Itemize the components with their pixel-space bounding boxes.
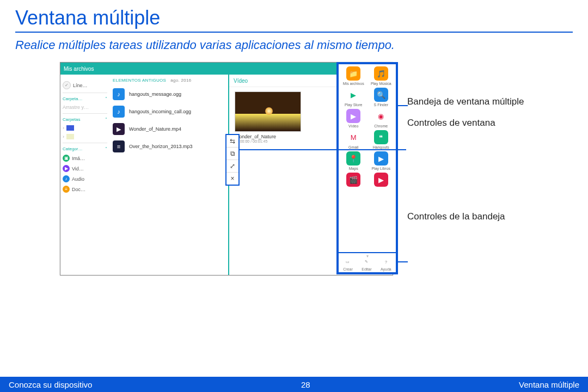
sidebar-item-timeline[interactable]: ✓ Líne… [63,81,107,89]
tray-control-icon: ✎ [362,258,371,266]
tray-control-icon: ? [382,258,390,266]
sidebar-hdr-carpeta[interactable]: Carpeta… ˄ [63,96,107,101]
app-label: S Finder [374,103,388,107]
footer: Conozca su dispositivo 28 Ventana múltip… [0,377,588,392]
file-name: hangouts_incoming_call.ogg [129,109,191,114]
sidebar-category[interactable]: ≡Doc… [63,186,107,193]
app-label: Maps [349,167,358,170]
category-label: Doc… [72,187,85,192]
timeline-label: Líne… [73,83,88,88]
page-subtitle: Realice múltiples tareas utilizando vari… [15,38,573,52]
file-row[interactable]: ♪hangouts_incoming_call.ogg [113,106,225,118]
chevron-up-icon: ˄ [105,117,107,122]
sidebar: ✓ Líne… Carpeta… ˄ Arrastre y… Carpetas [60,75,109,275]
file-row[interactable]: ♪hangouts_message.ogg [113,88,225,100]
file-name: hangouts_message.ogg [129,91,181,97]
file-name: Wonder_of_Nature.mp4 [129,126,181,132]
tray-app[interactable]: MGmail [341,130,366,149]
tray-app[interactable]: ◉Chrome [369,109,394,128]
app-label: Play Libros [371,167,390,170]
category-icon: ≡ [63,186,70,193]
tray-app[interactable]: 🔍S Finder [369,88,394,107]
tray-control[interactable]: ▭Crear [343,258,353,271]
footer-left[interactable]: Conozca su dispositivo [9,380,92,389]
app-icon: 📁 [346,66,360,81]
app-icon: ▶ [346,109,360,123]
chevron-up-icon: ˄ [105,146,107,151]
tray-app[interactable]: 🎵Play Música [369,66,394,85]
tray-control[interactable]: ✎Editar [362,258,371,271]
app-icon: ▶ [374,173,388,187]
category-label: Vid… [72,166,84,171]
app-label: Mis archivos [343,82,364,85]
app-icon: ▶ [346,88,360,102]
app-label: Hangouts [373,145,389,149]
chevron-right-icon: › [63,134,64,139]
app-label: Gmail [348,145,358,149]
app-icon: 🎵 [374,66,388,81]
app-icon: 🎬 [346,173,360,187]
expand-icon[interactable]: ⤢ [226,160,238,173]
tray-app[interactable]: ▶ [369,173,394,188]
share-content-icon[interactable]: ⧉ [226,148,238,160]
sidebar-category[interactable]: ▶Vid… [63,165,107,172]
multiwindow-tray: 📁Mis archivos🎵Play Música▶Play Store🔍S F… [336,62,398,274]
chevron-right-icon: › [63,125,64,131]
folder-icon [66,134,74,139]
sidebar-category[interactable]: ▣Imá… [63,155,107,162]
footer-right[interactable]: Ventana múltiple [519,380,579,389]
sidebar-hdr-categor[interactable]: Categor… ˄ [63,146,107,151]
category-icon: ▣ [63,155,70,162]
file-row[interactable]: ▶Wonder_of_Nature.mp4 [113,123,225,135]
window-controls-bar: ⇆ ⧉ ⤢ × [225,134,240,186]
tray-control-label: Editar [362,267,371,271]
tray-app[interactable]: 🎬 [341,173,366,188]
sidebar-drag-hint: Arrastre y… [63,105,107,110]
tray-control-label: Ayuda [381,267,391,271]
page-title: Ventana múltiple [15,7,573,29]
app-icon: M [346,130,360,144]
folder-row-1[interactable]: › [63,125,107,131]
tray-app[interactable]: ❝Hangouts [369,130,394,149]
file-type-icon: ≡ [113,140,125,152]
callout-tray-controls: Controles de la bandeja [407,211,524,222]
tray-app[interactable]: ▶Play Libros [369,151,394,170]
chevron-up-icon: ˄ [105,96,107,101]
left-pane: ✓ Líne… Carpeta… ˄ Arrastre y… Carpetas [60,75,229,275]
category-icon: ▶ [63,165,70,172]
app-icon: 📍 [346,151,360,166]
app-label: Play Store [345,103,362,107]
file-row[interactable]: ≡Over_the_horizon_2013.mp3 [113,140,225,152]
clock-icon: ✓ [63,81,71,89]
folder-row-2[interactable]: › [63,134,107,139]
category-icon: ♪ [63,175,70,182]
folder-icon [66,125,74,131]
callouts: Bandeja de ventana múltiple Controles de… [407,62,524,232]
title-rule [15,32,573,33]
file-list: ELEMENTOS ANTIGUOS ago. 2016 ♪hangouts_m… [109,75,228,275]
callout-controls: Controles de ventana [407,117,524,128]
sidebar-hdr-carpetas[interactable]: Carpetas ˄ [63,117,107,122]
tray-app[interactable]: ▶Vídeo [341,109,366,128]
category-label: Imá… [72,156,85,161]
tray-control-icon: ▭ [344,258,352,266]
app-icon: ◉ [374,109,388,123]
video-thumbnail[interactable] [235,91,301,132]
sidebar-category[interactable]: ♪Audio [63,175,107,182]
category-label: Audio [72,176,84,182]
tray-app[interactable]: 📍Maps [341,151,366,170]
tray-app[interactable]: ▶Play Store [341,88,366,107]
callout-tray: Bandeja de ventana múltiple [407,96,524,107]
file-type-icon: ▶ [113,123,125,135]
app-icon: 🔍 [374,88,388,102]
tray-app[interactable]: 📁Mis archivos [341,66,366,85]
app-label: Vídeo [348,124,358,128]
file-name: Over_the_horizon_2013.mp3 [129,144,193,149]
swap-windows-icon[interactable]: ⇆ [226,135,238,148]
app-icon: ❝ [374,130,388,144]
tray-controls: ▾ ▭Crear✎Editar?Ayuda [339,252,396,272]
close-icon[interactable]: × [226,173,238,185]
file-type-icon: ♪ [113,106,125,118]
leader-line [398,261,408,262]
tray-control[interactable]: ?Ayuda [381,258,391,271]
